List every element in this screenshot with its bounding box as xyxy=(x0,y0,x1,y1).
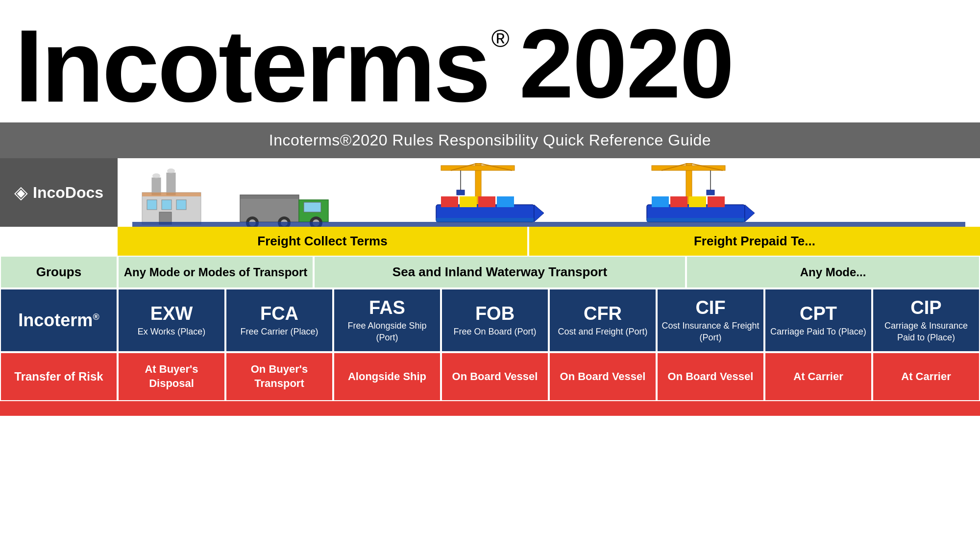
term-name-cpt: Carriage Paid To (Place) xyxy=(770,326,866,337)
term-abbr-cpt: CPT xyxy=(800,303,837,324)
incoterm-term-exw: EXW Ex Works (Place) xyxy=(118,288,225,352)
registered-mark: ® xyxy=(491,24,510,53)
bottom-area xyxy=(0,401,980,416)
logo-icon: ◈ xyxy=(14,182,28,203)
factory-illustration xyxy=(142,168,201,224)
incoterm-term-fob: FOB Free On Board (Port) xyxy=(441,288,549,352)
term-abbr-cfr: CFR xyxy=(584,303,622,324)
svg-rect-38 xyxy=(707,190,714,195)
term-name-fas: Free Alongside Ship (Port) xyxy=(337,320,437,343)
incoterm-label-text: Incoterm® xyxy=(18,310,99,331)
logo-illustration-row: ◈ IncoDocs xyxy=(0,158,980,227)
title-incoterms: Incoterms xyxy=(15,15,489,118)
svg-rect-31 xyxy=(436,218,534,222)
term-name-cfr: Cost and Freight (Port) xyxy=(558,326,647,337)
term-name-fob: Free On Board (Port) xyxy=(453,326,536,337)
header-section: Incoterms ® 2020 xyxy=(0,0,980,122)
term-abbr-fca: FCA xyxy=(260,303,298,324)
term-name-fca: Free Carrier (Place) xyxy=(240,326,318,337)
svg-rect-9 xyxy=(142,192,201,196)
freight-collect-cell: Freight Collect Terms xyxy=(118,227,529,256)
incoterm-term-cif: CIF Cost Insurance & Freight (Port) xyxy=(657,288,764,352)
groups-label-cell: Groups xyxy=(0,256,118,288)
freight-prepaid-cell: Freight Prepaid Te... xyxy=(529,227,980,256)
risk-value-exw: At Buyer's Disposal xyxy=(118,352,225,401)
risk-value-cip: At Carrier xyxy=(872,352,980,401)
svg-rect-40 xyxy=(652,196,669,207)
groups-row: Groups Any Mode or Modes of Transport Se… xyxy=(0,256,980,288)
svg-rect-41 xyxy=(670,196,687,207)
svg-point-4 xyxy=(167,168,175,173)
groups-any-mode-cell: Any Mode or Modes of Transport xyxy=(118,256,314,288)
ship-crane-right xyxy=(647,163,755,222)
svg-rect-42 xyxy=(689,196,706,207)
term-name-exw: Ex Works (Place) xyxy=(138,326,206,337)
groups-sea-cell: Sea and Inland Waterway Transport xyxy=(314,256,686,288)
ship-crane-left xyxy=(436,163,544,222)
term-abbr-cip: CIP xyxy=(910,297,941,318)
illustration-cell xyxy=(118,158,980,227)
term-abbr-fas: FAS xyxy=(369,297,405,318)
incoterm-term-cpt: CPT Carriage Paid To (Place) xyxy=(764,288,872,352)
svg-rect-46 xyxy=(132,222,965,227)
logo-cell: ◈ IncoDocs xyxy=(0,158,118,227)
svg-rect-29 xyxy=(478,196,495,207)
svg-rect-44 xyxy=(647,218,745,222)
svg-rect-7 xyxy=(176,200,186,210)
term-name-cif: Cost Insurance & Freight (Port) xyxy=(661,320,760,343)
risk-row: Transfer of Risk At Buyer's Disposal On … xyxy=(0,352,980,401)
svg-marker-32 xyxy=(534,205,544,222)
risk-label-cell: Transfer of Risk xyxy=(0,352,118,401)
svg-rect-28 xyxy=(460,196,477,207)
svg-rect-1 xyxy=(152,178,161,195)
svg-point-3 xyxy=(152,173,160,178)
groups-any-mode-cell2: Any Mode... xyxy=(686,256,980,288)
term-name-cip: Carriage & Insurance Paid to (Place) xyxy=(876,320,976,343)
svg-rect-30 xyxy=(497,196,514,207)
incoterm-row: Incoterm® EXW Ex Works (Place) FCA Free … xyxy=(0,288,980,352)
risk-value-fob: On Board Vessel xyxy=(441,352,549,401)
svg-rect-25 xyxy=(457,190,465,195)
risk-value-fca: On Buyer's Transport xyxy=(225,352,333,401)
svg-rect-5 xyxy=(147,200,157,210)
incoterm-label-cell: Incoterm® xyxy=(0,288,118,352)
incoterm-term-cip: CIP Carriage & Insurance Paid to (Place) xyxy=(872,288,980,352)
freight-terms-row: Freight Collect Terms Freight Prepaid Te… xyxy=(0,227,980,256)
main-content: ◈ IncoDocs xyxy=(0,158,980,416)
risk-value-cpt: At Carrier xyxy=(764,352,872,401)
title-year: 2020 xyxy=(519,15,734,113)
title-block: Incoterms ® 2020 xyxy=(15,15,733,118)
term-abbr-exw: EXW xyxy=(150,303,193,324)
logo-name: IncoDocs xyxy=(33,184,103,202)
subtitle-text: Incoterms®2020 Rules Responsibility Quic… xyxy=(269,131,711,149)
svg-rect-6 xyxy=(162,200,172,210)
illustration-svg xyxy=(132,163,965,227)
svg-marker-45 xyxy=(745,205,755,222)
svg-rect-19 xyxy=(240,195,299,199)
term-abbr-fob: FOB xyxy=(475,303,514,324)
svg-rect-27 xyxy=(441,196,458,207)
incoterm-term-fas: FAS Free Alongside Ship (Port) xyxy=(333,288,441,352)
incoterm-term-fca: FCA Free Carrier (Place) xyxy=(225,288,333,352)
incoterm-term-cfr: CFR Cost and Freight (Port) xyxy=(549,288,657,352)
svg-rect-2 xyxy=(167,173,175,195)
subtitle-bar: Incoterms®2020 Rules Responsibility Quic… xyxy=(0,122,980,158)
risk-value-cif: On Board Vessel xyxy=(657,352,764,401)
risk-value-cfr: On Board Vessel xyxy=(549,352,657,401)
svg-rect-43 xyxy=(708,196,725,207)
svg-rect-12 xyxy=(304,202,321,212)
term-abbr-cif: CIF xyxy=(695,297,725,318)
logo-inner: ◈ IncoDocs xyxy=(14,182,103,203)
risk-value-fas: Alongside Ship xyxy=(333,352,441,401)
